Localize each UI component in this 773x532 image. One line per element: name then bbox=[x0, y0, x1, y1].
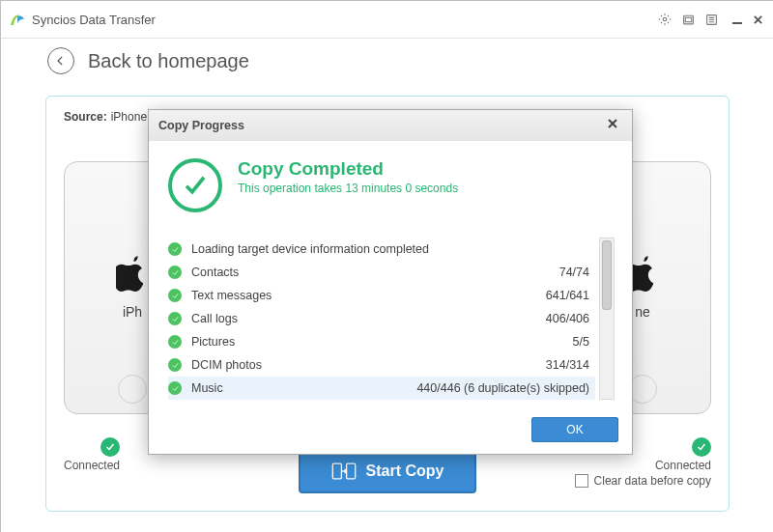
done-check-icon bbox=[168, 266, 182, 279]
clear-data-checkbox[interactable]: Clear data before copy bbox=[575, 474, 711, 488]
done-check-icon bbox=[168, 335, 182, 349]
source-connected-label: Connected bbox=[64, 459, 120, 472]
scrollbar-thumb[interactable] bbox=[602, 240, 612, 310]
done-check-icon bbox=[168, 242, 182, 256]
done-check-icon bbox=[168, 312, 182, 325]
settings-icon[interactable] bbox=[656, 11, 673, 28]
list-item: DCIM photos 314/314 bbox=[168, 353, 595, 377]
target-status: Connected bbox=[655, 437, 711, 472]
close-button[interactable] bbox=[749, 11, 766, 28]
minimize-button[interactable] bbox=[726, 11, 743, 28]
dialog-header: Copy Progress bbox=[149, 110, 632, 141]
progress-list: Loading target device information comple… bbox=[168, 238, 613, 400]
back-row: Back to homepage bbox=[1, 39, 773, 83]
start-copy-label: Start Copy bbox=[366, 462, 444, 480]
source-phone-label: iPh bbox=[123, 304, 142, 320]
done-check-icon bbox=[168, 358, 182, 372]
list-item: Call logs 406/406 bbox=[168, 307, 595, 330]
list-item: Music 440/446 (6 duplicate(s) skipped) bbox=[168, 377, 595, 400]
svg-rect-2 bbox=[685, 17, 692, 21]
dialog-close-icon[interactable] bbox=[607, 118, 622, 133]
row-label: Loading target device information comple… bbox=[191, 242, 589, 256]
row-count: 314/314 bbox=[546, 358, 589, 372]
row-count: 440/446 (6 duplicate(s) skipped) bbox=[416, 381, 589, 395]
app-title: Syncios Data Transfer bbox=[32, 13, 656, 27]
scrollbar[interactable] bbox=[599, 238, 615, 400]
success-check-icon bbox=[168, 158, 222, 212]
tile-icon[interactable] bbox=[679, 11, 697, 28]
list-item: Pictures 5/5 bbox=[168, 330, 595, 353]
dialog-title: Copy Progress bbox=[158, 119, 244, 132]
row-count: 74/74 bbox=[559, 266, 589, 279]
target-phone-label: ne bbox=[635, 304, 650, 320]
done-check-icon bbox=[168, 381, 182, 395]
titlebar: Syncios Data Transfer bbox=[1, 1, 773, 39]
connected-check-icon bbox=[692, 437, 711, 457]
svg-point-0 bbox=[663, 17, 667, 21]
row-count: 5/5 bbox=[573, 335, 589, 349]
ok-button-label: OK bbox=[566, 423, 583, 436]
list-item: Loading target device information comple… bbox=[168, 238, 595, 261]
row-label: DCIM photos bbox=[191, 358, 546, 372]
connected-check-icon bbox=[100, 437, 120, 457]
back-button[interactable] bbox=[47, 47, 74, 74]
svg-rect-5 bbox=[332, 463, 341, 479]
start-copy-button[interactable]: Start Copy bbox=[299, 449, 476, 493]
home-button-icon bbox=[118, 375, 147, 404]
apple-logo-icon bbox=[116, 256, 149, 298]
copy-completed-title: Copy Completed bbox=[238, 158, 458, 180]
source-label: Source: bbox=[64, 110, 107, 124]
list-item: Contacts 74/74 bbox=[168, 261, 595, 284]
checkbox-box-icon bbox=[575, 474, 588, 488]
row-count: 641/641 bbox=[546, 289, 589, 302]
app-window: Syncios Data Transfer Back to homepage bbox=[0, 0, 773, 532]
back-label: Back to homepage bbox=[88, 50, 249, 72]
list-item: Text messages 641/641 bbox=[168, 284, 595, 307]
row-count: 406/406 bbox=[546, 312, 589, 325]
row-label: Pictures bbox=[191, 335, 573, 349]
row-label: Text messages bbox=[191, 289, 546, 302]
row-label: Call logs bbox=[191, 312, 546, 325]
source-status: Connected bbox=[64, 437, 120, 472]
done-check-icon bbox=[168, 289, 182, 302]
list-icon[interactable] bbox=[702, 11, 720, 28]
row-label: Contacts bbox=[191, 266, 559, 279]
target-connected-label: Connected bbox=[655, 459, 711, 472]
app-logo-icon bbox=[9, 11, 26, 28]
copy-completed-subtitle: This operation takes 13 minutes 0 second… bbox=[238, 182, 458, 195]
copy-progress-dialog: Copy Progress Copy Completed This operat… bbox=[148, 109, 633, 455]
ok-button[interactable]: OK bbox=[531, 417, 618, 442]
row-label: Music bbox=[191, 381, 416, 395]
clear-data-label: Clear data before copy bbox=[594, 474, 711, 488]
dialog-body: Copy Completed This operation takes 13 m… bbox=[149, 141, 632, 409]
dialog-footer: OK bbox=[149, 409, 632, 454]
svg-rect-6 bbox=[346, 463, 355, 479]
